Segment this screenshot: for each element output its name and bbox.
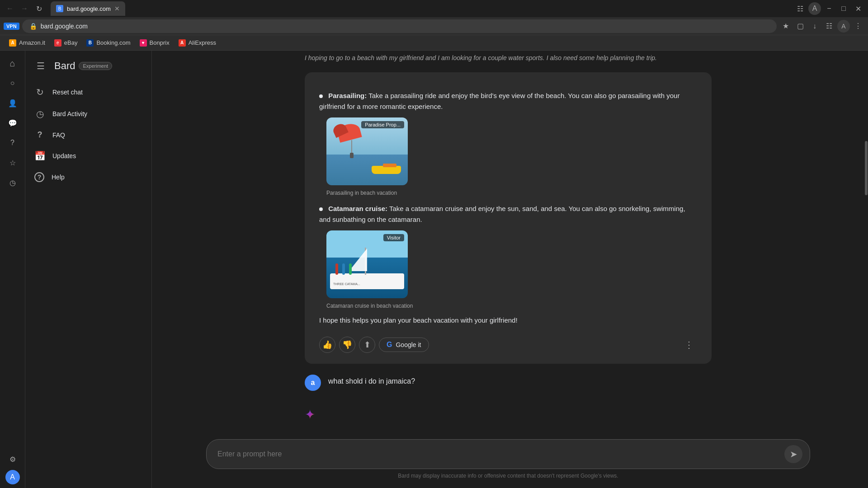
bookmark-bonprix[interactable]: ♥ Bonprix <box>136 38 173 48</box>
vpn-badge: VPN <box>4 23 19 30</box>
user-message: a what shold i do in jamaica? <box>305 375 712 391</box>
refresh-button[interactable]: ↻ <box>33 2 45 15</box>
hope-text: I hope this helps you plan your beach va… <box>319 316 697 324</box>
active-tab[interactable]: B bard.google.com ✕ <box>51 1 125 16</box>
experiment-badge: Experiment <box>79 62 112 70</box>
amazon-label: Amazon.it <box>19 39 45 46</box>
scrollbar-track[interactable] <box>864 51 868 488</box>
url-text: bard.google.com <box>41 23 88 30</box>
sidebar-item-reset-chat[interactable]: ↻ Reset chat <box>25 81 146 103</box>
chat-area[interactable]: I hoping to go to a beach with my girlfr… <box>152 51 864 434</box>
sidebar-item-faq[interactable]: ? FAQ <box>25 125 146 145</box>
bonprix-label: Bonprix <box>150 39 170 46</box>
scrollbar-thumb[interactable] <box>865 141 868 195</box>
toolbar-right: ★ ▢ ↓ ☷ A ⋮ <box>779 20 864 33</box>
maximize-button[interactable]: □ <box>837 2 850 15</box>
ebay-label: eBay <box>64 39 78 46</box>
back-button[interactable]: ← <box>4 2 16 15</box>
sidebar-item-help[interactable]: ? Help <box>25 167 146 188</box>
home-icon-btn[interactable]: ⌂ <box>4 54 22 72</box>
bard-activity-icon: ◷ <box>34 108 45 119</box>
icon-strip: ⌂ ○ 👤 💬 ? ☆ ◷ ⚙ A <box>0 51 25 488</box>
nav-buttons: ← → ↻ <box>4 2 49 15</box>
settings-strip-btn[interactable]: ⚙ <box>4 450 22 468</box>
parasailing-section: Parasailing: Take a parasailing ride and… <box>319 90 697 196</box>
bookmarks-bar: A Amazon.it e eBay B Booking.com ♥ Bonpr… <box>0 35 868 51</box>
catamaran-bold: Catamaran cruise: <box>328 205 387 212</box>
google-g-icon: G <box>387 341 392 349</box>
thumbs-down-button[interactable]: 👎 <box>339 337 355 353</box>
sidebar-item-updates[interactable]: 📅 Updates <box>25 145 146 167</box>
star-icon-btn[interactable]: ☆ <box>4 154 22 172</box>
download-button[interactable]: ↓ <box>808 20 821 33</box>
send-button[interactable]: ➤ <box>784 445 802 463</box>
aliexpress-label: AliExpress <box>189 39 216 46</box>
clock-icon-btn[interactable]: ◷ <box>4 174 22 192</box>
tab-close-button[interactable]: ✕ <box>114 5 120 12</box>
google-it-button[interactable]: G Google it <box>379 338 429 352</box>
catamaran-image-label: Catamaran cruise in beach vacation <box>326 303 697 309</box>
generating-row: ✦ <box>305 402 712 427</box>
aliexpress-favicon: A <box>179 39 186 47</box>
amazon-favicon: A <box>9 39 16 47</box>
parasailing-image-label: Parasailing in beach vacation <box>326 190 697 196</box>
action-bar: 👍 👎 ⬆ G Google it ⋮ <box>319 331 697 353</box>
updates-label: Updates <box>52 152 76 160</box>
sidebar-header: ☰ Bard Experiment <box>25 54 151 78</box>
forward-button[interactable]: → <box>18 2 31 15</box>
more-options-button[interactable]: ⋮ <box>681 337 697 353</box>
screen-cast-button[interactable]: ▢ <box>794 20 807 33</box>
parasailing-bold: Parasailing: <box>328 92 367 99</box>
address-bar[interactable]: 🔒 bard.google.com <box>22 19 777 33</box>
lock-icon: 🔒 <box>29 23 37 30</box>
address-bar-row: VPN 🔒 bard.google.com ★ ▢ ↓ ☷ A ⋮ <box>0 17 868 35</box>
bookmark-amazon[interactable]: A Amazon.it <box>5 38 49 48</box>
thumbs-up-button[interactable]: 👍 <box>319 337 335 353</box>
bookmark-ebay[interactable]: e eBay <box>51 38 81 48</box>
bard-generating-icon: ✦ <box>305 407 315 422</box>
bard-activity-label: Bard Activity <box>52 110 87 117</box>
person-icon-btn[interactable]: 👤 <box>4 94 22 112</box>
user-message-text: what shold i do in jamaica? <box>328 375 415 385</box>
catamaran-image: THREE CATAMA... Visitor <box>326 230 408 298</box>
profile-strip-btn[interactable]: A <box>5 470 20 484</box>
disclaimer-text: Bard may display inaccurate info or offe… <box>206 469 810 484</box>
prompt-input[interactable] <box>217 450 779 458</box>
app-container: ⌂ ○ 👤 💬 ? ☆ ◷ ⚙ A ☰ Bard Experiment ↻ Re… <box>0 51 868 488</box>
close-window-button[interactable]: ✕ <box>852 2 864 15</box>
tab-favicon: B <box>56 5 63 12</box>
chat-icon-btn[interactable]: 💬 <box>4 114 22 132</box>
settings-button[interactable]: A <box>837 20 850 33</box>
extensions-icon-button[interactable]: ☷ <box>823 20 835 33</box>
minimize-button[interactable]: − <box>823 2 835 15</box>
google-it-label: Google it <box>396 341 421 348</box>
booking-label: Booking.com <box>96 39 130 46</box>
user-avatar: a <box>305 375 321 391</box>
help-label: Help <box>52 174 65 181</box>
send-icon: ➤ <box>790 449 797 460</box>
sidebar-item-bard-activity[interactable]: ◷ Bard Activity <box>25 103 146 125</box>
bookmark-star-button[interactable]: ★ <box>779 20 792 33</box>
profile-button[interactable]: A <box>808 2 821 15</box>
parasailing-desc: Take a parasailing ride and enjoy the bi… <box>319 92 679 110</box>
bard-logo-text: Bard <box>54 60 75 72</box>
share-button[interactable]: ⬆ <box>359 337 375 353</box>
extensions-button[interactable]: ☷ <box>794 2 807 15</box>
hamburger-button[interactable]: ☰ <box>33 58 49 74</box>
bookmark-aliexpress[interactable]: A AliExpress <box>175 38 220 48</box>
parasailing-text: Parasailing: Take a parasailing ride and… <box>319 90 697 112</box>
menu-button[interactable]: ⋮ <box>852 20 864 33</box>
circle-icon-btn[interactable]: ○ <box>4 74 22 92</box>
help-icon: ? <box>34 172 44 182</box>
input-area: ➤ Bard may display inaccurate info or of… <box>152 434 864 488</box>
booking-favicon: B <box>86 39 94 47</box>
question-icon-btn[interactable]: ? <box>4 134 22 152</box>
bard-response-card: Parasailing: Take a parasailing ride and… <box>305 72 712 364</box>
reset-chat-label: Reset chat <box>52 89 83 96</box>
catamaran-badge: Visitor <box>383 234 404 241</box>
main-content: I hoping to go to a beach with my girlfr… <box>152 51 864 488</box>
parasailing-badge: Paradise Prop... <box>361 121 404 128</box>
sidebar: ☰ Bard Experiment ↻ Reset chat ◷ Bard Ac… <box>25 51 152 488</box>
bookmark-booking[interactable]: B Booking.com <box>83 38 134 48</box>
updates-icon: 📅 <box>34 150 45 161</box>
